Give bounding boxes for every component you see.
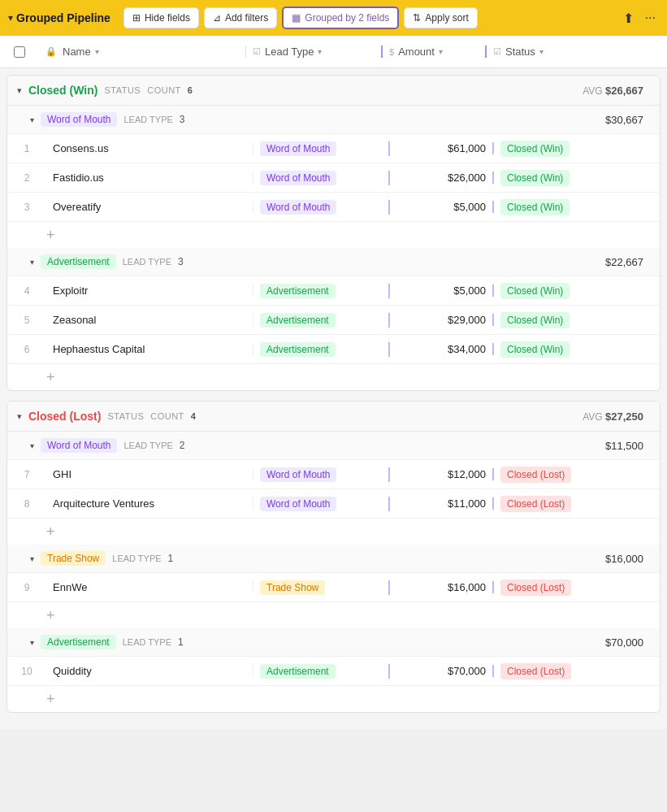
row-name: Arquitecture Ventures bbox=[46, 497, 253, 510]
name-column-label: Name bbox=[63, 46, 91, 58]
lead-type-badge: Trade Show bbox=[260, 580, 325, 595]
pipeline-title: Grouped Pipeline bbox=[16, 11, 110, 24]
row-lead-type: Advertisement bbox=[253, 664, 390, 679]
row-lead-type: Advertisement bbox=[253, 342, 390, 357]
lead-subgroup-chevron[interactable]: ▾ bbox=[30, 554, 34, 563]
hide-fields-label: Hide fields bbox=[145, 12, 190, 24]
apply-sort-button[interactable]: ⇅ Apply sort bbox=[404, 7, 477, 28]
lead-type-label: LEAD TYPE bbox=[112, 554, 161, 563]
status-badge: Closed (Win) bbox=[500, 141, 570, 157]
status-label: STATUS bbox=[104, 85, 141, 95]
grouped-by-button[interactable]: ▦ Grouped by 2 fields bbox=[282, 7, 399, 29]
leadtype-field-icon: ☑ bbox=[253, 46, 261, 57]
status-avg-area: AVG $27,250 bbox=[546, 410, 650, 423]
lock-icon: 🔒 bbox=[45, 46, 57, 57]
lead-type-badge: Advertisement bbox=[260, 313, 336, 328]
lead-type-badge: Advertisement bbox=[260, 284, 336, 298]
count-label: COUNT bbox=[147, 85, 181, 95]
row-status: Closed (Win) bbox=[494, 199, 660, 215]
count-label: COUNT bbox=[150, 411, 184, 421]
table-row[interactable]: 6 Hephaestus Capital Advertisement $34,0… bbox=[7, 335, 660, 364]
lead-type-badge: Trade Show bbox=[41, 551, 106, 566]
add-record-button[interactable]: + bbox=[7, 364, 660, 390]
table-row[interactable]: 7 GHI Word of Mouth $12,000 Closed (Lost… bbox=[7, 460, 660, 489]
status-label: STATUS bbox=[107, 411, 144, 421]
status-badge: Closed (Win) bbox=[500, 341, 570, 358]
row-number: 10 bbox=[7, 666, 46, 677]
sort-icon: ⇅ bbox=[413, 12, 421, 24]
lead-count: 2 bbox=[180, 440, 185, 451]
row-number: 8 bbox=[7, 498, 46, 510]
status-badge: Closed (Lost) bbox=[500, 467, 571, 483]
row-amount: $12,000 bbox=[390, 468, 494, 480]
apply-sort-label: Apply sort bbox=[425, 12, 468, 24]
add-filters-button[interactable]: ⊿ Add filters bbox=[204, 7, 277, 28]
name-sort-icon[interactable]: ▾ bbox=[95, 47, 99, 56]
add-record-button[interactable]: + bbox=[7, 602, 660, 628]
row-name: Consens.us bbox=[46, 142, 253, 154]
lead-count: 3 bbox=[178, 256, 184, 267]
select-all-checkbox[interactable] bbox=[14, 46, 25, 58]
add-record-button[interactable]: + bbox=[7, 222, 660, 248]
table-row[interactable]: 5 Zeasonal Advertisement $29,000 Closed … bbox=[7, 306, 660, 335]
status-sort-icon[interactable]: ▾ bbox=[539, 47, 544, 56]
lead-subgroup-chevron[interactable]: ▾ bbox=[30, 441, 34, 450]
lead-subgroup-adv-win: ▾ Advertisement LEAD TYPE 3 $22,667 4 Ex… bbox=[7, 248, 660, 390]
lead-subtotal: $70,000 bbox=[546, 636, 650, 649]
leadtype-sort-icon[interactable]: ▾ bbox=[318, 47, 322, 56]
row-number: 6 bbox=[7, 344, 46, 355]
name-column-header: 🔒 Name ▾ bbox=[39, 46, 246, 58]
amount-sort-icon[interactable]: ▾ bbox=[439, 47, 443, 56]
lead-subgroup-chevron[interactable]: ▾ bbox=[30, 115, 34, 124]
status-column-header: ☑ Status ▾ bbox=[487, 46, 667, 58]
lead-subgroup-chevron[interactable]: ▾ bbox=[30, 638, 34, 647]
lead-count: 1 bbox=[178, 636, 184, 648]
lead-subgroup-header: ▾ Advertisement LEAD TYPE 3 $22,667 bbox=[7, 248, 660, 276]
grouped-by-label: Grouped by 2 fields bbox=[305, 12, 389, 24]
leadtype-column-label: Lead Type bbox=[265, 46, 314, 58]
more-options-button[interactable]: ··· bbox=[642, 7, 659, 28]
row-name: Exploitr bbox=[46, 284, 253, 297]
lead-type-label: LEAD TYPE bbox=[123, 115, 172, 124]
table-row[interactable]: 3 Overeatify Word of Mouth $5,000 Closed… bbox=[7, 193, 660, 222]
lead-type-badge: Advertisement bbox=[41, 254, 116, 269]
row-amount: $16,000 bbox=[390, 581, 494, 593]
row-lead-type: Trade Show bbox=[253, 580, 390, 595]
lead-type-label: LEAD TYPE bbox=[123, 257, 171, 267]
row-amount: $5,000 bbox=[390, 201, 494, 213]
lead-type-label: LEAD TYPE bbox=[123, 441, 172, 450]
add-record-button[interactable]: + bbox=[7, 686, 660, 712]
row-amount: $26,000 bbox=[390, 172, 494, 184]
hide-fields-button[interactable]: ⊞ Hide fields bbox=[123, 7, 199, 28]
row-lead-type: Advertisement bbox=[253, 284, 390, 298]
row-number: 7 bbox=[7, 469, 46, 480]
lead-count: 1 bbox=[168, 553, 174, 564]
status-avg-area: AVG $26,667 bbox=[546, 85, 650, 97]
table-row[interactable]: 8 Arquitecture Ventures Word of Mouth $1… bbox=[7, 489, 660, 519]
lead-subgroup-wom-win: ▾ Word of Mouth LEAD TYPE 3 $30,667 1 Co… bbox=[7, 106, 660, 248]
select-all-check[interactable] bbox=[0, 46, 39, 58]
row-name: Overeatify bbox=[46, 201, 253, 213]
share-button[interactable]: ⬆ bbox=[620, 7, 637, 29]
status-group-chevron[interactable]: ▾ bbox=[17, 85, 22, 96]
row-name: Fastidio.us bbox=[46, 172, 253, 184]
table-row[interactable]: 2 Fastidio.us Word of Mouth $26,000 Clos… bbox=[7, 163, 660, 193]
lead-subgroup-header: ▾ Advertisement LEAD TYPE 1 $70,000 bbox=[7, 628, 660, 657]
table-row[interactable]: 9 EnnWe Trade Show $16,000 Closed (Lost) bbox=[7, 573, 660, 602]
table-row[interactable]: 10 Quiddity Advertisement $70,000 Closed… bbox=[7, 657, 660, 686]
lead-type-badge: Word of Mouth bbox=[260, 497, 336, 511]
pipeline-chevron[interactable]: ▾ bbox=[8, 12, 13, 24]
lead-count: 3 bbox=[180, 114, 185, 125]
row-lead-type: Word of Mouth bbox=[253, 497, 390, 511]
row-status: Closed (Win) bbox=[494, 341, 660, 358]
table-row[interactable]: 4 Exploitr Advertisement $5,000 Closed (… bbox=[7, 276, 660, 306]
row-amount: $61,000 bbox=[390, 142, 494, 154]
row-name: Hephaestus Capital bbox=[46, 343, 253, 355]
add-record-button[interactable]: + bbox=[7, 519, 660, 545]
status-group-chevron[interactable]: ▾ bbox=[17, 411, 22, 422]
title-area: ▾ Grouped Pipeline bbox=[8, 11, 110, 24]
lead-type-badge: Word of Mouth bbox=[41, 112, 117, 127]
lead-subgroup-chevron[interactable]: ▾ bbox=[30, 258, 34, 267]
table-row[interactable]: 1 Consens.us Word of Mouth $61,000 Close… bbox=[7, 134, 660, 163]
status-badge: Closed (Win) bbox=[500, 199, 570, 215]
